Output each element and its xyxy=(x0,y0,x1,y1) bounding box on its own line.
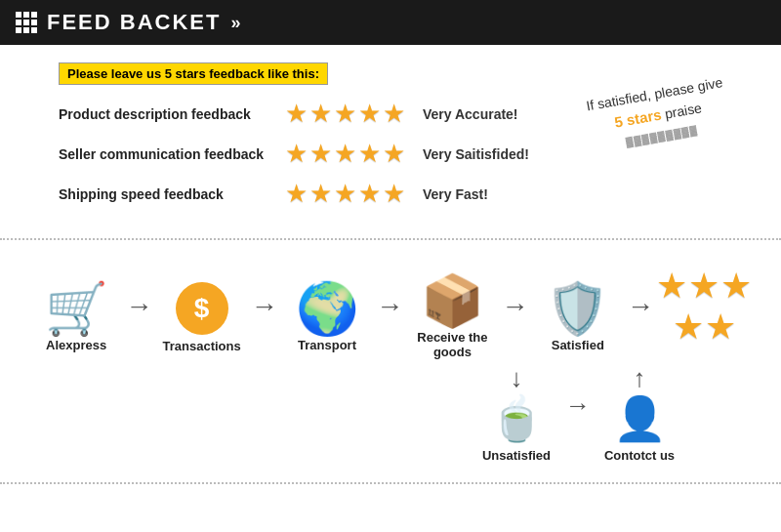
box-icon: 📦 xyxy=(421,275,484,326)
star: ★ xyxy=(383,99,405,129)
star: ★ xyxy=(309,99,332,129)
grid-icon xyxy=(16,12,37,33)
unsatisfied-label: Unsatisfied xyxy=(482,448,551,463)
satisfied-label: Satisfied xyxy=(552,338,604,352)
dollar-icon: $ xyxy=(176,282,228,335)
transactions-label: Transactions xyxy=(162,339,240,353)
large-stars-row2: ★ ★ xyxy=(673,307,736,348)
flow-row: 🛒 Alexpress → $ Transactions → 🌍 Transpo… xyxy=(29,266,752,369)
feedback-section: Please leave us 5 stars feedback like th… xyxy=(0,45,781,230)
receive-label: Receive the goods xyxy=(405,330,499,359)
feedback-label-2: Seller communication feedback xyxy=(59,146,273,162)
feedback-label-1: Product description feedback xyxy=(59,106,273,122)
star: ★ xyxy=(383,139,405,169)
globe-icon: 🌍 xyxy=(296,283,359,334)
stars-2: ★ ★ ★ ★ ★ xyxy=(285,139,405,169)
down-arrow-1: ↓ xyxy=(511,363,523,393)
feedback-row-3: Shipping speed feedback ★ ★ ★ ★ ★ Very F… xyxy=(59,179,722,209)
flow-item-stars: ★ ★ ★ ★ ★ xyxy=(656,266,752,369)
arrow-1: → xyxy=(125,291,152,344)
star: ★ xyxy=(358,139,381,169)
header: FEED BACKET » xyxy=(0,0,781,45)
cart-icon: 🛒 xyxy=(45,283,108,334)
star: ★ xyxy=(334,139,356,169)
star: ★ xyxy=(285,139,308,169)
feedback-label-3: Shipping speed feedback xyxy=(59,186,273,202)
divider-2 xyxy=(0,482,781,484)
star: ★ xyxy=(358,179,381,209)
star: ★ xyxy=(285,179,308,209)
flow-item-satisfied: 🛡️ Satisfied xyxy=(531,283,625,352)
page-title: FEED BACKET xyxy=(47,10,221,35)
contact-label: Contotct us xyxy=(604,448,675,463)
arrow-5: → xyxy=(627,291,654,344)
flow-item-transport: 🌍 Transport xyxy=(280,283,374,352)
feedback-text-1: Very Accurate! xyxy=(423,106,518,122)
stars-1: ★ ★ ★ ★ ★ xyxy=(285,99,405,129)
star: ★ xyxy=(309,139,332,169)
divider-1 xyxy=(0,238,781,240)
arrow-2: → xyxy=(251,291,278,344)
flow-item-alexpress: 🛒 Alexpress xyxy=(29,283,123,352)
flow-item-receive: 📦 Receive the goods xyxy=(405,275,499,359)
transport-label: Transport xyxy=(298,338,356,352)
star: ★ xyxy=(309,179,332,209)
side-note-stars: 5 stars xyxy=(613,106,663,131)
flow-section: 🛒 Alexpress → $ Transactions → 🌍 Transpo… xyxy=(0,248,781,472)
large-star: ★ xyxy=(705,307,736,348)
notice-box: Please leave us 5 stars feedback like th… xyxy=(59,62,328,85)
arrow-3: → xyxy=(376,291,403,344)
large-star: ★ xyxy=(656,266,687,307)
side-note-line2: praise xyxy=(664,100,703,121)
star: ★ xyxy=(285,99,308,129)
large-star: ★ xyxy=(688,266,719,307)
star: ★ xyxy=(334,179,356,209)
alexpress-label: Alexpress xyxy=(46,338,106,352)
broken-cup-icon: 🍵 xyxy=(490,393,544,444)
star: ★ xyxy=(383,179,405,209)
large-star: ★ xyxy=(673,307,704,348)
up-arrow: ↑ xyxy=(634,363,646,393)
stars-3: ★ ★ ★ ★ ★ xyxy=(285,179,405,209)
sub-arrow: → xyxy=(565,363,591,421)
contact-icon: 👤 xyxy=(613,393,667,444)
large-star: ★ xyxy=(720,266,752,307)
feedback-text-3: Very Fast! xyxy=(423,186,488,202)
feedback-text-2: Very Saitisfided! xyxy=(423,146,529,162)
star: ★ xyxy=(358,99,381,129)
arrow-4: → xyxy=(502,291,529,344)
header-arrows: » xyxy=(230,13,240,33)
flow-item-transactions: $ Transactions xyxy=(154,282,248,353)
star: ★ xyxy=(334,99,356,129)
large-stars-row1: ★ ★ ★ xyxy=(656,266,752,307)
shield-icon: 🛡️ xyxy=(546,283,609,334)
